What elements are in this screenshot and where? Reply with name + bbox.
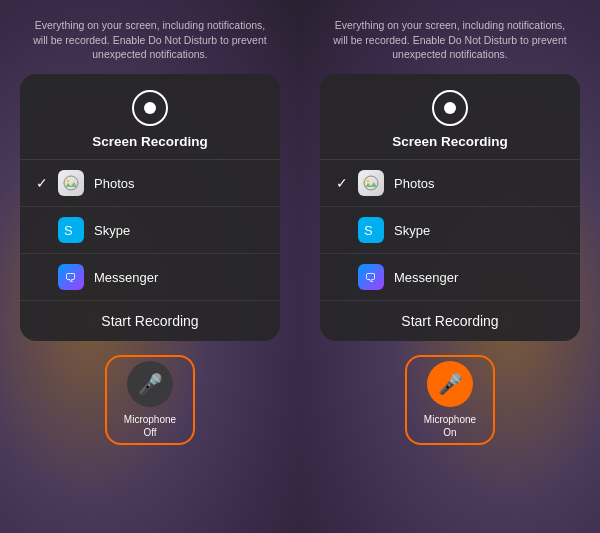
microphone-area-right: 🎤 MicrophoneOn [405, 355, 495, 445]
photos-icon [58, 170, 84, 196]
app-name-messenger-right: Messenger [394, 270, 458, 285]
start-recording-button-left[interactable]: Start Recording [20, 301, 280, 341]
microphone-icon-right: 🎤 [438, 372, 463, 396]
left-panel: Everything on your screen, including not… [0, 0, 300, 533]
app-name-skype-left: Skype [94, 223, 130, 238]
microphone-label-left: MicrophoneOff [124, 413, 176, 439]
list-item[interactable]: ✓ Photos [20, 160, 280, 207]
microphone-icon-left: 🎤 [138, 372, 163, 396]
list-item[interactable]: ✓ Photos [320, 160, 580, 207]
screen-recording-panel-left: Screen Recording ✓ Photos ✓ S [20, 74, 280, 341]
list-item[interactable]: ✓ 🗨 Messenger [320, 254, 580, 301]
checkmark-icon: ✓ [336, 175, 352, 191]
list-item[interactable]: ✓ S Skype [320, 207, 580, 254]
svg-point-1 [67, 180, 70, 183]
record-icon-left [132, 90, 168, 126]
microphone-label-right: MicrophoneOn [424, 413, 476, 439]
start-recording-label-right: Start Recording [401, 313, 498, 329]
record-dot-right [444, 102, 456, 114]
svg-text:🗨: 🗨 [65, 271, 77, 285]
svg-text:S: S [64, 223, 73, 238]
microphone-box-right[interactable]: 🎤 MicrophoneOn [405, 355, 495, 445]
skype-icon-right: S [358, 217, 384, 243]
svg-text:S: S [364, 223, 373, 238]
start-recording-button-right[interactable]: Start Recording [320, 301, 580, 341]
panel-title-right: Screen Recording [392, 134, 508, 149]
app-list-right: ✓ Photos ✓ S Skype [320, 160, 580, 301]
skype-icon: S [58, 217, 84, 243]
app-name-photos-right: Photos [394, 176, 434, 191]
svg-point-4 [364, 176, 378, 190]
record-icon-right [432, 90, 468, 126]
right-panel: Everything on your screen, including not… [300, 0, 600, 533]
panel-header-right: Screen Recording [320, 74, 580, 160]
checkmark-icon: ✓ [36, 175, 52, 191]
app-list-left: ✓ Photos ✓ S Skype [20, 160, 280, 301]
app-name-messenger-left: Messenger [94, 270, 158, 285]
photos-icon-right [358, 170, 384, 196]
list-item[interactable]: ✓ 🗨 Messenger [20, 254, 280, 301]
svg-point-0 [64, 176, 78, 190]
messenger-icon: 🗨 [58, 264, 84, 290]
panel-header-left: Screen Recording [20, 74, 280, 160]
screen-recording-panel-right: Screen Recording ✓ Photos ✓ S [320, 74, 580, 341]
svg-text:🗨: 🗨 [365, 271, 377, 285]
app-name-photos-left: Photos [94, 176, 134, 191]
warning-text-right: Everything on your screen, including not… [300, 0, 600, 74]
microphone-area-left: 🎤 MicrophoneOff [105, 355, 195, 445]
microphone-box-left[interactable]: 🎤 MicrophoneOff [105, 355, 195, 445]
panel-title-left: Screen Recording [92, 134, 208, 149]
messenger-icon-right: 🗨 [358, 264, 384, 290]
start-recording-label-left: Start Recording [101, 313, 198, 329]
microphone-button-off[interactable]: 🎤 [127, 361, 173, 407]
app-name-skype-right: Skype [394, 223, 430, 238]
microphone-button-on[interactable]: 🎤 [427, 361, 473, 407]
warning-text-left: Everything on your screen, including not… [0, 0, 300, 74]
svg-point-5 [367, 180, 370, 183]
list-item[interactable]: ✓ S Skype [20, 207, 280, 254]
record-dot-left [144, 102, 156, 114]
